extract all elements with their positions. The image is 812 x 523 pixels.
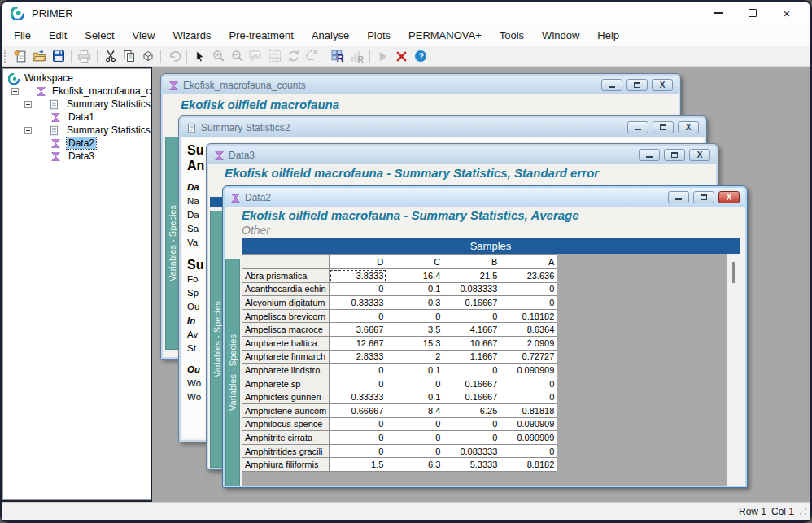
row-label-species[interactable]: Amphitritides gracili: [242, 444, 330, 458]
stop-icon[interactable]: [392, 47, 411, 65]
app-minimize-button[interactable]: [701, 2, 736, 24]
row-label-species[interactable]: Amphilocus spence: [242, 417, 330, 431]
row-label-species[interactable]: Acanthocardia echin: [242, 282, 330, 296]
scrollbar-thumb[interactable]: [732, 262, 735, 283]
value-cell[interactable]: 0.090909: [500, 364, 557, 377]
value-cell[interactable]: 0.72727: [500, 350, 557, 364]
value-cell[interactable]: 12.667: [330, 336, 386, 350]
value-cell[interactable]: 0.083333: [443, 282, 500, 296]
value-cell[interactable]: 0: [386, 417, 443, 431]
open-icon[interactable]: [30, 47, 49, 65]
value-cell[interactable]: 23.636: [500, 269, 557, 283]
value-cell[interactable]: 0.81818: [500, 403, 557, 417]
value-cell[interactable]: 0.18182: [500, 309, 557, 323]
tree-label[interactable]: Data3: [67, 150, 96, 162]
value-cell[interactable]: 8.6364: [500, 323, 557, 337]
value-cell[interactable]: 0: [330, 444, 386, 458]
pointer-icon[interactable]: [190, 47, 209, 65]
value-cell[interactable]: 0: [500, 390, 557, 404]
row-label-species[interactable]: Abra prismatica: [242, 269, 330, 283]
row-label-species[interactable]: Amphitrite cirrata: [242, 431, 330, 445]
vertical-scrollbar[interactable]: [727, 254, 740, 486]
value-cell[interactable]: 0: [386, 444, 443, 458]
menu-plots[interactable]: Plots: [358, 26, 399, 45]
value-cell[interactable]: 0.090909: [500, 431, 557, 445]
row-label-species[interactable]: Ampharete baltica: [242, 336, 330, 350]
value-cell[interactable]: 10.667: [443, 336, 500, 350]
value-cell[interactable]: 0: [330, 309, 386, 323]
value-cell[interactable]: 6.25: [443, 403, 500, 417]
menu-file[interactable]: File: [5, 26, 40, 45]
menu-pre-treatment[interactable]: Pre-treatment: [220, 26, 302, 45]
value-cell[interactable]: 2.0909: [500, 336, 557, 350]
run-r-icon[interactable]: R: [329, 47, 347, 65]
window-close-button[interactable]: X: [689, 149, 710, 161]
value-cell[interactable]: 0: [443, 364, 500, 377]
toolbar-grip[interactable]: [4, 50, 8, 63]
save-icon[interactable]: [49, 47, 68, 65]
resize-grip-icon[interactable]: [799, 508, 807, 516]
menu-analyse[interactable]: Analyse: [303, 26, 358, 45]
row-label-species[interactable]: Amphictene auricom: [242, 403, 330, 417]
value-cell[interactable]: 0.1: [386, 390, 443, 404]
value-cell[interactable]: 8.8182: [500, 458, 557, 472]
value-cell[interactable]: 0: [500, 444, 557, 458]
value-cell[interactable]: 2.8333: [330, 350, 386, 364]
value-cell[interactable]: 0: [443, 309, 500, 323]
value-cell[interactable]: 21.5: [443, 269, 500, 283]
value-cell[interactable]: 0: [500, 296, 557, 310]
menu-permanova-[interactable]: PERMANOVA+: [399, 26, 491, 45]
row-label-species[interactable]: Alcyonium digitatum: [242, 296, 330, 310]
copy-icon[interactable]: [120, 47, 138, 65]
window-close-button[interactable]: X: [652, 79, 673, 91]
window-minimize-button[interactable]: [627, 121, 648, 133]
value-cell[interactable]: 0.083333: [443, 444, 500, 458]
value-cell[interactable]: 0: [386, 377, 443, 390]
value-cell[interactable]: 0: [330, 417, 386, 431]
tree-label[interactable]: Workspace: [23, 72, 75, 84]
tree-label[interactable]: Data1: [67, 111, 96, 123]
value-cell[interactable]: 2: [386, 350, 443, 364]
active-cell[interactable]: 3.8333: [330, 269, 386, 283]
value-cell[interactable]: 0: [500, 377, 557, 390]
help-icon[interactable]: ?: [411, 47, 430, 65]
app-maximize-button[interactable]: [736, 2, 770, 24]
value-cell[interactable]: 0.3: [386, 296, 443, 310]
window-close-button[interactable]: X: [718, 191, 740, 203]
value-cell[interactable]: 5.3333: [443, 458, 500, 472]
menu-edit[interactable]: Edit: [40, 26, 76, 45]
value-cell[interactable]: 16.4: [386, 269, 443, 283]
value-cell[interactable]: 15.3: [386, 336, 443, 350]
row-label-species[interactable]: Ampharete lindstro: [242, 364, 330, 377]
data-grid[interactable]: DCBAAbra prismatica3.833316.421.523.636A…: [242, 254, 557, 472]
row-label-species[interactable]: Ampelisca macroce: [242, 323, 330, 337]
window-maximize-button[interactable]: [626, 79, 648, 91]
tree-label[interactable]: Summary Statistics2: [65, 124, 151, 136]
value-cell[interactable]: 0: [330, 282, 386, 296]
tree-row-ekofisk-macrofauna-counts[interactable]: Ekofisk_macrofauna_counts: [3, 85, 151, 98]
window-minimize-button[interactable]: [639, 149, 660, 161]
tree-row-data1[interactable]: Data1: [3, 111, 151, 124]
tree-row-summary-statistics1[interactable]: Summary Statistics1: [3, 98, 151, 111]
window-data2[interactable]: Data2 X Ekofisk oilfield macrofauna - Su…: [222, 185, 748, 488]
window-minimize-button[interactable]: [668, 191, 689, 203]
column-header-b[interactable]: B: [443, 255, 500, 269]
app-close-button[interactable]: ×: [770, 2, 804, 24]
value-cell[interactable]: 3.5: [386, 323, 443, 337]
menu-select[interactable]: Select: [76, 26, 123, 45]
menu-view[interactable]: View: [124, 26, 164, 45]
value-cell[interactable]: 0.1: [386, 364, 443, 377]
menu-window[interactable]: Window: [533, 26, 588, 45]
value-cell[interactable]: 0: [330, 364, 386, 377]
value-cell[interactable]: 3.6667: [330, 323, 386, 337]
paste-icon[interactable]: [138, 47, 157, 65]
tree-label[interactable]: Data2: [67, 137, 96, 149]
tree-row-data3[interactable]: Data3: [3, 150, 151, 163]
value-cell[interactable]: 8.4: [386, 403, 443, 417]
window-maximize-button[interactable]: [693, 191, 714, 203]
value-cell[interactable]: 1.1667: [443, 350, 500, 364]
value-cell[interactable]: 1.5: [330, 458, 386, 472]
window-title-bar[interactable]: Data3 X: [208, 146, 716, 164]
row-label-species[interactable]: Ampelisca brevicorn: [242, 309, 330, 323]
value-cell[interactable]: 0: [500, 282, 557, 296]
